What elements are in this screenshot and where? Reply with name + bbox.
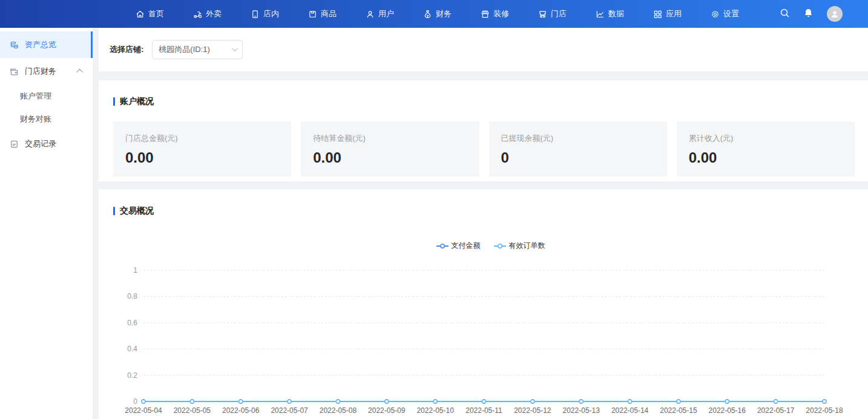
sidebar-item-transaction-records[interactable]: 交易记录: [0, 131, 93, 157]
store-filter-panel: 选择店铺: 桃园尚品(ID:1): [99, 28, 868, 71]
nav-item-label: 首页: [148, 8, 164, 19]
top-navbar: 首页 外卖 店内 商品 用户 财务 装修 门店: [0, 0, 868, 28]
legend-label: 有效订单数: [509, 241, 545, 251]
transaction-overview-panel: 交易概况 支付金额 有效订单数 00.20.40.60.812022-05-04…: [99, 189, 868, 419]
svg-text:2022-05-14: 2022-05-14: [611, 406, 649, 415]
store-select-value: 桃园尚品(ID:1): [159, 44, 210, 55]
nav-item-label: 用户: [378, 8, 394, 19]
svg-text:2022-05-13: 2022-05-13: [563, 406, 600, 415]
sidebar-subitem-finance-reconciliation[interactable]: 财务对账: [0, 108, 93, 131]
section-title-text: 账户概况: [120, 96, 154, 107]
sidebar: 资产总览 门店财务 账户管理 财务对账 交易记录: [0, 28, 93, 419]
user-avatar[interactable]: [827, 6, 843, 22]
home-icon: [136, 10, 145, 19]
nav-item-label: 门店: [551, 8, 567, 19]
stat-card-label: 累计收入(元): [689, 133, 843, 144]
svg-text:0.2: 0.2: [127, 371, 137, 380]
svg-text:2022-05-04: 2022-05-04: [125, 406, 162, 415]
svg-text:2022-05-09: 2022-05-09: [368, 406, 406, 415]
svg-text:2022-05-05: 2022-05-05: [174, 406, 211, 415]
line-chart[interactable]: 00.20.40.60.812022-05-042022-05-052022-0…: [99, 258, 868, 419]
chevron-down-icon: [232, 45, 238, 51]
settings-icon: [711, 10, 720, 19]
finance-icon: [423, 10, 432, 19]
store-select-label: 选择店铺:: [110, 44, 143, 55]
stat-card-label: 已提现余额(元): [501, 133, 655, 144]
title-accent-bar: [113, 97, 115, 106]
records-icon: [10, 140, 19, 149]
wallet-icon: [10, 67, 19, 76]
assets-icon: [10, 41, 19, 50]
sidebar-item-label: 资产总览: [25, 39, 56, 50]
nav-item-settings[interactable]: 设置: [696, 0, 754, 28]
sidebar-subitem-label: 财务对账: [20, 114, 51, 125]
store-icon: [538, 10, 547, 19]
svg-text:0.8: 0.8: [127, 292, 137, 300]
search-icon[interactable]: [780, 8, 790, 21]
stat-card-value: 0.00: [313, 149, 467, 166]
nav-right-tools: [780, 6, 868, 22]
stat-card-pending-settlement: 待结算金额(元) 0.00: [301, 122, 479, 177]
svg-text:2022-05-18: 2022-05-18: [806, 406, 843, 415]
stat-card-total-income: 累计收入(元) 0.00: [677, 122, 855, 177]
stat-card-value: 0: [501, 149, 655, 166]
nav-menu: 首页 外卖 店内 商品 用户 财务 装修 门店: [121, 0, 754, 28]
svg-text:2022-05-12: 2022-05-12: [514, 406, 551, 415]
transaction-overview-title: 交易概况: [113, 206, 868, 216]
decorate-icon: [481, 10, 490, 19]
data-icon: [596, 10, 605, 19]
legend-line-icon: [494, 243, 506, 249]
nav-item-home[interactable]: 首页: [121, 0, 179, 28]
nav-item-instore[interactable]: 店内: [236, 0, 294, 28]
legend-item-valid-orders[interactable]: 有效订单数: [494, 241, 545, 251]
sidebar-item-assets-overview[interactable]: 资产总览: [0, 31, 93, 58]
nav-item-finance[interactable]: 财务: [409, 0, 466, 28]
nav-item-label: 设置: [723, 8, 739, 19]
nav-item-label: 装修: [493, 8, 509, 19]
sidebar-item-label: 交易记录: [25, 138, 56, 149]
chart-legend: 支付金额 有效订单数: [113, 241, 868, 251]
stat-card-value: 0.00: [689, 149, 843, 166]
nav-item-data[interactable]: 数据: [581, 0, 639, 28]
nav-item-user[interactable]: 用户: [351, 0, 409, 28]
legend-label: 支付金额: [452, 241, 481, 251]
nav-item-label: 应用: [666, 8, 682, 19]
takeout-icon: [193, 10, 202, 19]
chevron-up-icon: [76, 69, 83, 76]
nav-item-label: 数据: [608, 8, 624, 19]
user-icon: [366, 10, 375, 19]
svg-text:0.6: 0.6: [127, 319, 137, 327]
stat-card-withdrawn-balance: 已提现余额(元) 0: [489, 122, 667, 177]
svg-text:2022-05-16: 2022-05-16: [709, 406, 746, 415]
main-content: 选择店铺: 桃园尚品(ID:1) 账户概况 门店总金额(元) 0.00 待结算金…: [93, 28, 868, 419]
notification-bell-icon[interactable]: [803, 8, 814, 21]
nav-item-goods[interactable]: 商品: [294, 0, 351, 28]
svg-text:2022-05-11: 2022-05-11: [465, 406, 502, 415]
goods-icon: [308, 10, 317, 19]
nav-item-label: 商品: [321, 8, 337, 19]
svg-text:2022-05-06: 2022-05-06: [222, 406, 260, 415]
nav-item-label: 店内: [263, 8, 279, 19]
stat-card-store-total: 门店总金额(元) 0.00: [113, 122, 291, 177]
sidebar-subitem-account-management[interactable]: 账户管理: [0, 85, 93, 108]
nav-item-decorate[interactable]: 装修: [466, 0, 524, 28]
apps-icon: [653, 10, 662, 19]
sidebar-item-label: 门店财务: [25, 66, 56, 77]
legend-item-payment-amount[interactable]: 支付金额: [436, 241, 481, 251]
legend-line-icon: [436, 243, 449, 249]
svg-text:2022-05-17: 2022-05-17: [757, 406, 795, 415]
account-overview-title: 账户概况: [113, 96, 855, 107]
svg-text:2022-05-08: 2022-05-08: [320, 406, 357, 415]
sidebar-item-store-finance[interactable]: 门店财务: [0, 58, 93, 85]
nav-item-label: 外卖: [206, 8, 222, 19]
sidebar-subitem-label: 账户管理: [20, 91, 51, 102]
stat-card-value: 0.00: [125, 149, 279, 166]
nav-item-store[interactable]: 门店: [524, 0, 581, 28]
svg-text:1: 1: [133, 266, 137, 274]
store-select-dropdown[interactable]: 桃园尚品(ID:1): [152, 40, 243, 59]
stat-card-label: 待结算金额(元): [313, 133, 467, 144]
nav-item-takeout[interactable]: 外卖: [179, 0, 236, 28]
svg-text:2022-05-10: 2022-05-10: [416, 406, 454, 415]
nav-item-apps[interactable]: 应用: [639, 0, 696, 28]
instore-icon: [251, 10, 260, 19]
